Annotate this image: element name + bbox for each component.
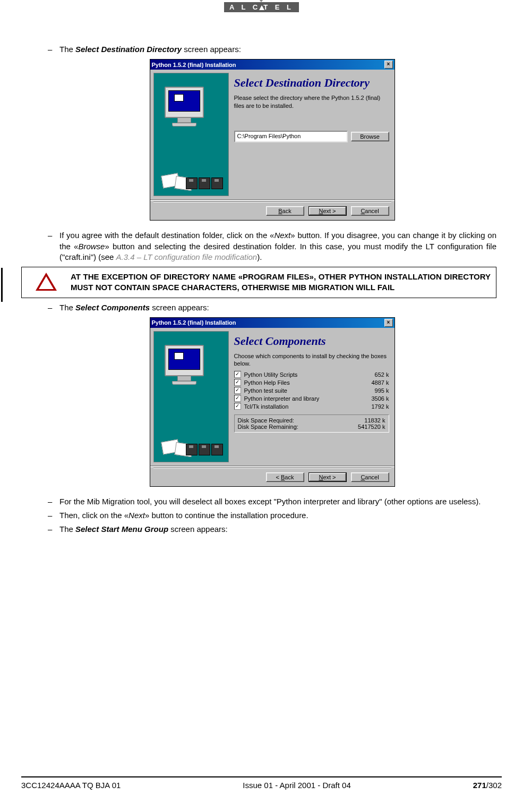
text-italic: Next [128,511,145,520]
text-bold: Select Destination Directory [75,45,182,54]
component-label: Python Help Files [244,379,357,386]
space-required-value: 11832 k [343,417,385,424]
titlebar: Python 1.5.2 (final) Installation × [150,318,395,328]
component-size: 3506 k [357,395,389,402]
floppy-icon [211,177,223,189]
path-input[interactable]: C:\Program Files\Python [234,131,348,142]
back-button[interactable]: Back [266,206,304,216]
dialog-select-destination: Python 1.5.2 (final) Installation × Sele… [150,59,395,221]
text: The [59,525,75,534]
cross-reference: A.3.4 – LT configuration file modificati… [116,252,258,261]
dialog-heading: Select Destination Directory [234,76,389,90]
dialog-heading: Select Components [234,334,389,348]
floppy-icon [186,177,198,189]
titlebar-text: Python 1.5.2 (final) Installation [152,319,236,326]
checkbox[interactable]: ✓ [234,403,241,410]
bullet-start-menu: The Select Start Menu Group screen appea… [48,524,496,535]
cancel-button[interactable]: Cancel [351,206,389,216]
titlebar-text: Python 1.5.2 (final) Installation [152,62,236,68]
dialog-sidebar-image [153,331,229,462]
checkbox[interactable]: ✓ [234,371,241,378]
component-label: Tcl/Tk installation [244,403,357,410]
component-size: 995 k [357,387,389,394]
component-label: Python test suite [244,387,357,394]
component-row: ✓Tcl/Tk installation1792 k [234,402,389,410]
bullet-select-components: The Select Components screen appears: [48,302,496,313]
floppy-icon [186,444,198,455]
bullet-then-next: Then, click on the «Next» button to cont… [48,510,496,521]
component-label: Python Utility Scripts [244,371,357,378]
text-bold: Select Components [75,303,150,312]
floppy-icon [211,444,223,455]
checkbox[interactable]: ✓ [234,387,241,394]
text: screen appears: [182,45,241,54]
text-italic: Browse [78,242,105,251]
text: The [59,303,75,312]
text: Then, click on the « [59,511,128,520]
warning-text: AT THE EXCEPTION OF DIRECTORY NAME «PROG… [71,267,496,298]
brand-logo: A L CT E L [21,0,502,12]
next-button[interactable]: Next > [308,206,347,216]
component-size: 4887 k [357,379,389,386]
footer-page-number: 271/302 [473,781,502,790]
checkbox[interactable]: ✓ [234,379,241,386]
back-button[interactable]: < Back [266,472,304,482]
bullet-agree: If you agree with the default destinatio… [48,230,496,263]
text-bold: Select Start Menu Group [75,525,168,534]
warning-box: AT THE EXCEPTION OF DIRECTORY NAME «PROG… [21,267,496,298]
text-italic: Next [274,231,290,240]
computer-icon [165,87,204,118]
browse-button[interactable]: Browse [351,132,389,141]
component-row: ✓Python interpreter and library3506 k [234,394,389,402]
change-bar [1,268,3,302]
dialog-instruction: Choose which components to install by ch… [234,352,389,368]
text: screen appears: [150,303,209,312]
cancel-button[interactable]: Cancel [351,472,389,482]
space-required-label: Disk Space Required: [238,417,343,424]
footer-doc-id: 3CC12424AAAA TQ BJA 01 [21,781,121,790]
component-size: 1792 k [357,403,389,410]
dialog-select-components: Python 1.5.2 (final) Installation × Sele… [150,317,395,487]
component-size: 652 k [357,371,389,378]
text: ). [257,252,262,261]
floppy-icon [199,444,210,455]
checkbox[interactable]: ✓ [234,395,241,402]
text: If you agree with the default destinatio… [59,231,274,240]
component-row: ✓Python Help Files4887 k [234,378,389,386]
disk-space-panel: Disk Space Required:11832 k Disk Space R… [234,415,389,433]
titlebar: Python 1.5.2 (final) Installation × [150,60,395,70]
dialog-sidebar-image [153,73,229,196]
page-footer: 3CC12424AAAA TQ BJA 01 Issue 01 - April … [21,776,502,790]
text: For the Mib Migration tool, you will des… [59,497,481,506]
close-icon[interactable]: × [384,319,393,327]
warning-triangle-icon [36,273,57,291]
text: screen appears: [168,525,228,534]
dialog-instruction: Please select the directory where the Py… [234,94,389,109]
logo-triangle-icon [257,0,265,2]
space-remaining-value: 5417520 k [343,424,385,430]
text: » button to continue the installation pr… [145,511,308,520]
bullet-mib-migration: For the Mib Migration tool, you will des… [48,496,496,507]
computer-icon [165,345,204,376]
component-row: ✓Python Utility Scripts652 k [234,370,389,378]
component-row: ✓Python test suite995 k [234,386,389,394]
bullet-select-destination: The Select Destination Directory screen … [48,44,496,55]
next-button[interactable]: Next > [308,472,347,482]
component-label: Python interpreter and library [244,395,357,402]
text: The [59,45,75,54]
close-icon[interactable]: × [384,61,393,69]
footer-issue: Issue 01 - April 2001 - Draft 04 [243,781,350,790]
floppy-icon [199,177,210,189]
space-remaining-label: Disk Space Remaining: [238,424,343,430]
